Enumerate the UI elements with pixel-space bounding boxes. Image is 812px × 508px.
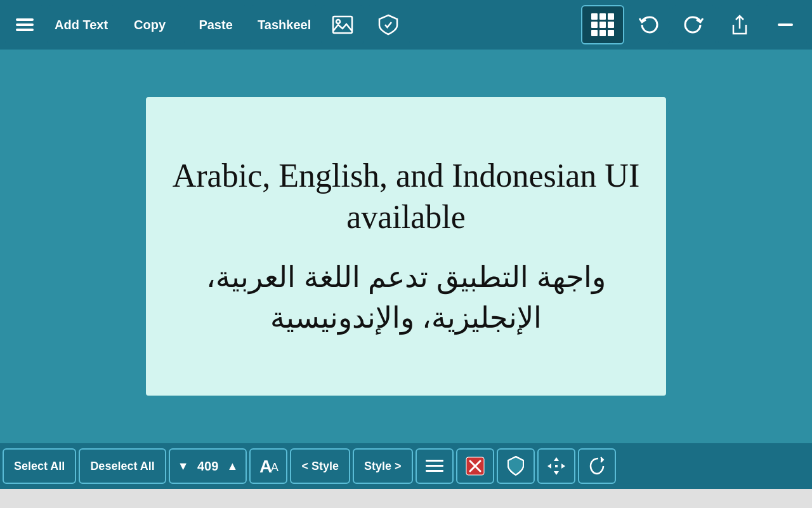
image-button[interactable] bbox=[321, 5, 364, 44]
font-format-button[interactable]: A A bbox=[249, 448, 287, 484]
delete-button[interactable] bbox=[456, 448, 494, 484]
svg-rect-19 bbox=[555, 465, 558, 467]
style-next-button[interactable]: Style > bbox=[353, 448, 413, 484]
undo-button[interactable] bbox=[627, 5, 670, 44]
svg-marker-16 bbox=[554, 471, 559, 475]
shield-button[interactable] bbox=[367, 5, 410, 44]
paste-button[interactable]: Paste bbox=[184, 5, 247, 44]
english-text: Arabic, English, and Indonesian UI avail… bbox=[171, 155, 641, 237]
font-size-decrease[interactable]: ▼ bbox=[175, 460, 192, 473]
select-all-button[interactable]: Select All bbox=[3, 448, 76, 484]
deselect-all-button[interactable]: Deselect All bbox=[79, 448, 166, 484]
move-button[interactable] bbox=[537, 448, 575, 484]
tashkeel-button[interactable]: Tashkeel bbox=[250, 5, 318, 44]
svg-rect-11 bbox=[426, 470, 443, 472]
rotate-button[interactable] bbox=[578, 448, 616, 484]
svg-rect-6 bbox=[778, 23, 793, 26]
color-button[interactable] bbox=[497, 448, 535, 484]
align-button[interactable] bbox=[416, 448, 454, 484]
font-size-increase[interactable]: ▲ bbox=[225, 460, 241, 473]
svg-point-4 bbox=[336, 20, 340, 23]
grid-button[interactable] bbox=[581, 5, 624, 44]
svg-marker-17 bbox=[547, 464, 551, 469]
arabic-text: واجهة التطبيق تدعم اللغة العربية،الإنجلي… bbox=[206, 257, 606, 338]
svg-rect-9 bbox=[426, 460, 443, 462]
svg-rect-1 bbox=[16, 23, 34, 26]
svg-rect-10 bbox=[426, 465, 443, 467]
bottom-toolbar: Select All Deselect All ▼ 409 ▲ A A < St… bbox=[0, 443, 812, 489]
font-size-value: 409 bbox=[195, 459, 221, 474]
top-toolbar: Add Text Copy Paste Tashkeel bbox=[0, 0, 812, 50]
menu-button[interactable] bbox=[5, 5, 44, 44]
font-size-control: ▼ 409 ▲ bbox=[169, 448, 247, 484]
main-canvas-area: Arabic, English, and Indonesian UI avail… bbox=[0, 50, 812, 443]
redo-button[interactable] bbox=[672, 5, 716, 44]
style-prev-button[interactable]: < Style bbox=[290, 448, 350, 484]
svg-rect-2 bbox=[16, 29, 34, 31]
minus-button[interactable] bbox=[764, 5, 807, 44]
copy-button[interactable]: Copy bbox=[118, 5, 181, 44]
toolbar-right bbox=[581, 5, 807, 44]
svg-text:A: A bbox=[271, 461, 278, 474]
svg-rect-3 bbox=[333, 17, 352, 33]
svg-marker-18 bbox=[561, 464, 565, 469]
add-text-button[interactable]: Add Text bbox=[47, 5, 115, 44]
svg-rect-0 bbox=[16, 18, 34, 21]
share-button[interactable] bbox=[718, 5, 761, 44]
svg-marker-15 bbox=[554, 457, 559, 461]
bottom-strip bbox=[0, 489, 812, 508]
canvas-card: Arabic, English, and Indonesian UI avail… bbox=[146, 97, 666, 396]
